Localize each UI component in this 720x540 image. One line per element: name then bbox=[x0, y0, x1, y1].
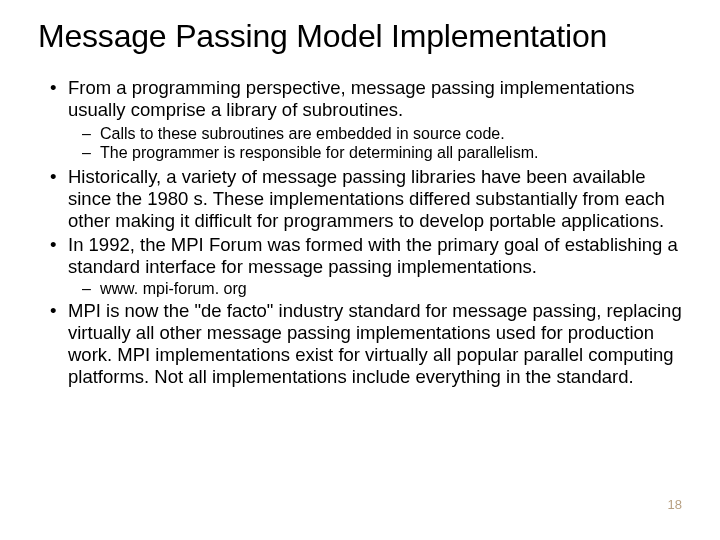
sub-bullet-item: The programmer is responsible for determ… bbox=[100, 144, 682, 163]
sub-bullet-list: www. mpi-forum. org bbox=[68, 280, 682, 299]
sub-bullet-item: Calls to these subroutines are embedded … bbox=[100, 125, 682, 144]
slide-content: Message Passing Model Implementation Fro… bbox=[0, 0, 720, 540]
bullet-item: MPI is now the "de facto" industry stand… bbox=[68, 300, 682, 387]
sub-bullet-text: Calls to these subroutines are embedded … bbox=[100, 125, 505, 142]
bullet-text: From a programming perspective, message … bbox=[68, 77, 635, 120]
bullet-text: MPI is now the "de facto" industry stand… bbox=[68, 300, 682, 386]
bullet-item: In 1992, the MPI Forum was formed with t… bbox=[68, 234, 682, 299]
bullet-item: Historically, a variety of message passi… bbox=[68, 166, 682, 231]
slide-title: Message Passing Model Implementation bbox=[38, 18, 682, 55]
page-number: 18 bbox=[668, 497, 682, 512]
bullet-text: In 1992, the MPI Forum was formed with t… bbox=[68, 234, 678, 277]
sub-bullet-text-link: www. mpi-forum. org bbox=[100, 280, 247, 297]
sub-bullet-text: The programmer is responsible for determ… bbox=[100, 144, 538, 161]
bullet-item: From a programming perspective, message … bbox=[68, 77, 682, 162]
bullet-list: From a programming perspective, message … bbox=[38, 77, 682, 388]
sub-bullet-list: Calls to these subroutines are embedded … bbox=[68, 125, 682, 163]
sub-bullet-item: www. mpi-forum. org bbox=[100, 280, 682, 299]
slide-body: From a programming perspective, message … bbox=[38, 77, 682, 388]
bullet-text: Historically, a variety of message passi… bbox=[68, 166, 665, 231]
